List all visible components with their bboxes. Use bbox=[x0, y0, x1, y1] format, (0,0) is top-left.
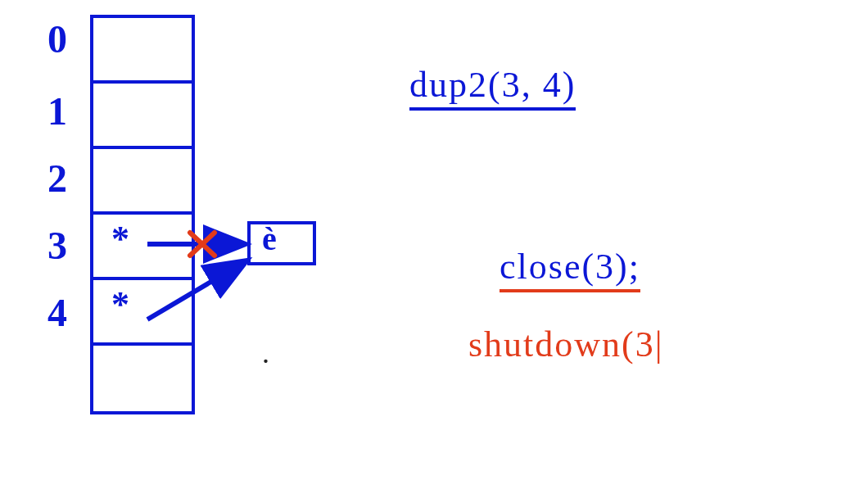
fd-cell-5 bbox=[93, 346, 192, 411]
stmt-close: close(3); bbox=[500, 246, 640, 288]
stmt-close-text: close(3); bbox=[500, 247, 640, 287]
fd-index-2: 2 bbox=[33, 156, 82, 201]
fd-table: * * bbox=[90, 15, 195, 414]
fd-cell-1 bbox=[93, 84, 192, 149]
stmt-dup2: dup2(3, 4) bbox=[409, 64, 576, 106]
stmt-shutdown-text: shutdown(3| bbox=[468, 324, 664, 365]
target-box: è bbox=[247, 221, 316, 265]
fd-cell-3-mark: * bbox=[111, 218, 129, 260]
stmt-dup2-underline bbox=[409, 107, 576, 111]
fd-index-1: 1 bbox=[33, 88, 82, 134]
stmt-close-underline bbox=[500, 289, 640, 292]
fd-cell-4-mark: * bbox=[111, 283, 129, 325]
fd-index-4: 4 bbox=[33, 290, 82, 335]
fd-cell-4: * bbox=[93, 280, 192, 346]
stmt-shutdown: shutdown(3| bbox=[468, 324, 664, 365]
fd-index-3: 3 bbox=[33, 223, 82, 268]
target-box-mark: è bbox=[262, 220, 277, 258]
fd-index-0: 0 bbox=[33, 16, 82, 61]
stray-period: . bbox=[262, 336, 269, 370]
fd-cell-0 bbox=[93, 18, 192, 84]
fd-cell-3: * bbox=[93, 215, 192, 280]
fd-cell-2 bbox=[93, 149, 192, 215]
stmt-dup2-text: dup2(3, 4) bbox=[409, 65, 576, 105]
